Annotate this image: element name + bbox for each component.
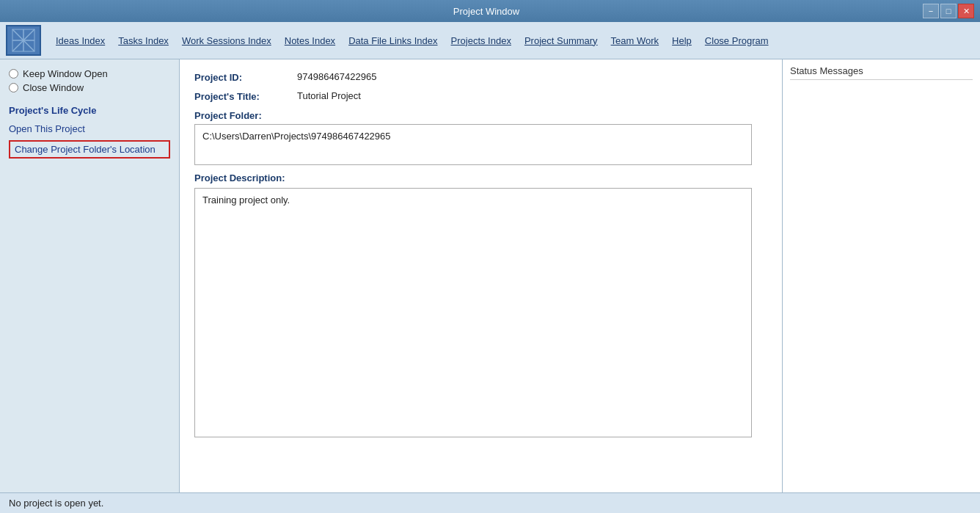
- keep-window-open-radio[interactable]: [9, 69, 18, 79]
- project-id-label: Project ID:: [194, 71, 297, 83]
- menu-item-project-summary[interactable]: Project Summary: [519, 34, 604, 48]
- keep-window-open-option[interactable]: Keep Window Open: [9, 68, 170, 79]
- close-button[interactable]: ✕: [958, 4, 974, 18]
- menu-item-data-file-links-index[interactable]: Data File Links Index: [343, 34, 443, 48]
- close-window-label: Close Window: [23, 82, 84, 93]
- menu-item-team-work[interactable]: Team Work: [605, 34, 665, 48]
- maximize-button[interactable]: □: [940, 4, 957, 18]
- status-message: No project is open yet.: [9, 498, 103, 509]
- right-panel: Status Messages: [782, 59, 980, 492]
- menu-item-ideas-index[interactable]: Ideas Index: [50, 34, 111, 48]
- project-folder-label: Project Folder:: [194, 109, 767, 121]
- menu-item-help[interactable]: Help: [666, 34, 698, 48]
- menu-item-projects-index[interactable]: Projects Index: [445, 34, 517, 48]
- close-window-option[interactable]: Close Window: [9, 82, 170, 93]
- change-location-link[interactable]: Change Project Folder's Location: [9, 140, 170, 159]
- menu-items: Ideas Index Tasks Index Work Sessions In…: [50, 34, 775, 48]
- window-controls: − □ ✕: [923, 4, 974, 18]
- title-bar: Project Window − □ ✕: [0, 0, 980, 22]
- open-project-link[interactable]: Open This Project: [9, 122, 170, 136]
- menu-item-close-program[interactable]: Close Program: [699, 34, 775, 48]
- project-description-value: Training project only.: [194, 188, 752, 437]
- main-content: Keep Window Open Close Window Project's …: [0, 59, 980, 492]
- close-window-radio[interactable]: [9, 83, 18, 92]
- project-description-label: Project Description:: [194, 172, 767, 183]
- menu-item-tasks-index[interactable]: Tasks Index: [112, 34, 175, 48]
- project-description-section: Project Description: Training project on…: [194, 172, 767, 437]
- project-id-row: Project ID: 974986467422965: [194, 71, 767, 83]
- menu-item-notes-index[interactable]: Notes Index: [279, 34, 341, 48]
- window-title: Project Window: [50, 6, 923, 17]
- app-logo: [6, 25, 41, 56]
- project-folder-section: Project Folder: C:\Users\Darren\Projects…: [194, 109, 767, 165]
- menu-bar: Ideas Index Tasks Index Work Sessions In…: [0, 22, 980, 59]
- project-title-label: Project's Title:: [194, 90, 297, 102]
- project-title-row: Project's Title: Tutorial Project: [194, 90, 767, 102]
- status-bar: No project is open yet.: [0, 492, 980, 513]
- menu-item-work-sessions-index[interactable]: Work Sessions Index: [176, 34, 277, 48]
- project-id-value: 974986467422965: [297, 71, 376, 82]
- sidebar: Keep Window Open Close Window Project's …: [0, 59, 180, 492]
- lifecycle-title: Project's Life Cycle: [9, 105, 170, 116]
- project-folder-value: C:\Users\Darren\Projects\974986467422965: [194, 124, 752, 165]
- keep-window-open-label: Keep Window Open: [23, 68, 108, 79]
- center-content: Project ID: 974986467422965 Project's Ti…: [180, 59, 782, 492]
- project-title-value: Tutorial Project: [297, 90, 361, 101]
- minimize-button[interactable]: −: [923, 4, 939, 18]
- status-messages-title: Status Messages: [790, 65, 973, 80]
